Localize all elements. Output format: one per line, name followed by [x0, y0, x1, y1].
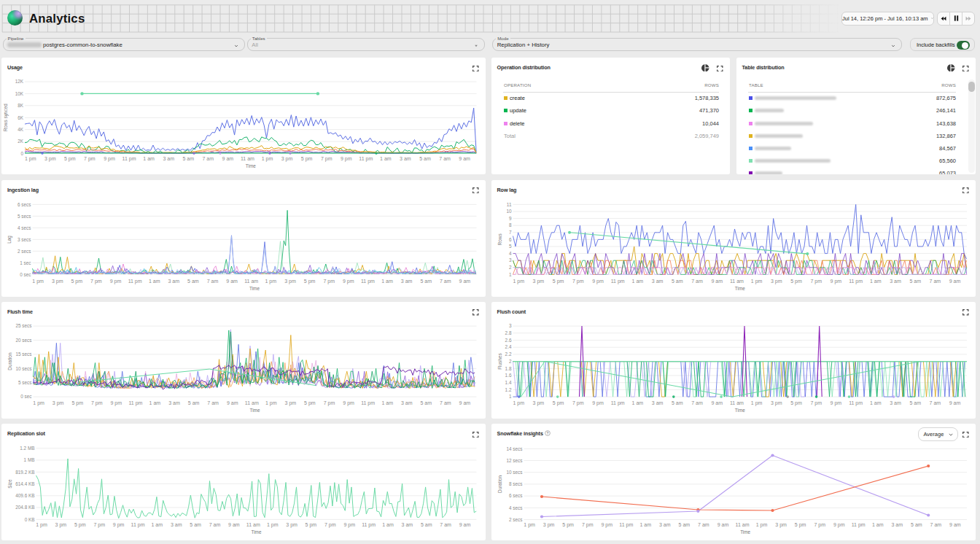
svg-text:1 am: 1 am	[632, 279, 644, 284]
svg-text:6: 6	[509, 236, 512, 241]
svg-text:1 am: 1 am	[632, 400, 644, 405]
svg-text:11 pm: 11 pm	[129, 400, 143, 406]
svg-text:1 am: 1 am	[870, 400, 882, 405]
svg-text:9 am: 9 am	[718, 523, 729, 528]
svg-text:3 am: 3 am	[163, 157, 175, 162]
svg-text:0 KB: 0 KB	[25, 517, 35, 522]
svg-text:11 pm: 11 pm	[122, 157, 136, 163]
svg-text:7 am: 7 am	[691, 279, 703, 284]
svg-text:11 am: 11 am	[245, 279, 259, 284]
svg-text:3 am: 3 am	[659, 523, 671, 528]
svg-text:4: 4	[509, 250, 512, 255]
svg-text:1 pm: 1 pm	[25, 157, 36, 163]
svg-text:Time: Time	[252, 529, 262, 535]
svg-text:7 am: 7 am	[691, 400, 703, 405]
svg-text:9 pm: 9 pm	[343, 279, 354, 284]
svg-text:9 pm: 9 pm	[343, 400, 355, 406]
svg-text:1 pm: 1 pm	[756, 523, 768, 529]
svg-text:Duration: Duration	[7, 352, 12, 370]
svg-text:Time: Time	[735, 286, 745, 291]
svg-text:7 am: 7 am	[930, 279, 941, 284]
svg-text:11 pm: 11 pm	[362, 400, 376, 406]
svg-text:9 am: 9 am	[459, 400, 471, 405]
svg-text:9 pm: 9 pm	[833, 523, 845, 529]
svg-text:9 pm: 9 pm	[831, 400, 842, 406]
svg-text:5 pm: 5 pm	[790, 400, 802, 406]
svg-text:7 am: 7 am	[208, 400, 219, 405]
svg-text:1 am: 1 am	[144, 157, 155, 162]
svg-text:5 pm: 5 pm	[74, 523, 86, 529]
svg-text:11 am: 11 am	[730, 400, 744, 405]
svg-text:3 am: 3 am	[401, 400, 413, 405]
svg-text:1 am: 1 am	[640, 523, 652, 528]
svg-text:11 pm: 11 pm	[362, 523, 376, 529]
svg-text:1 am: 1 am	[149, 400, 161, 405]
svg-text:5 am: 5 am	[421, 400, 432, 405]
svg-text:9 pm: 9 pm	[110, 279, 122, 284]
svg-text:Time: Time	[249, 286, 260, 291]
svg-text:3 pm: 3 pm	[281, 157, 293, 163]
svg-text:5 am: 5 am	[909, 400, 921, 405]
svg-text:3 pm: 3 pm	[533, 279, 545, 284]
svg-text:11 pm: 11 pm	[361, 279, 375, 284]
svg-text:3 pm: 3 pm	[775, 523, 787, 529]
svg-text:0 sec: 0 sec	[21, 394, 33, 399]
svg-text:3 am: 3 am	[402, 523, 413, 528]
svg-text:11 am: 11 am	[245, 400, 259, 405]
svg-text:3 am: 3 am	[652, 400, 664, 405]
svg-text:1 am: 1 am	[381, 157, 392, 162]
svg-text:2: 2	[509, 265, 512, 270]
svg-text:1 pm: 1 pm	[751, 279, 763, 284]
svg-text:11 pm: 11 pm	[128, 279, 142, 284]
svg-text:9 am: 9 am	[949, 400, 961, 405]
svg-text:Rows synced: Rows synced	[3, 104, 9, 131]
svg-text:5: 5	[509, 244, 512, 249]
svg-text:5 am: 5 am	[679, 523, 691, 528]
svg-text:9 pm: 9 pm	[104, 157, 116, 163]
svg-text:1 pm: 1 pm	[267, 523, 279, 529]
svg-text:9 pm: 9 pm	[592, 400, 604, 406]
svg-text:3 am: 3 am	[400, 157, 412, 162]
svg-text:5 am: 5 am	[911, 523, 922, 528]
svg-text:5 am: 5 am	[421, 523, 432, 528]
svg-text:3 pm: 3 pm	[543, 523, 555, 529]
svg-text:4 secs: 4 secs	[509, 505, 522, 510]
svg-text:1 am: 1 am	[383, 523, 394, 528]
svg-text:819.2 KB: 819.2 KB	[16, 470, 35, 475]
svg-text:12K: 12K	[15, 79, 24, 84]
svg-text:1 am: 1 am	[152, 523, 163, 528]
svg-text:3 pm: 3 pm	[44, 157, 56, 163]
svg-text:5 pm: 5 pm	[64, 157, 76, 163]
svg-text:1 am: 1 am	[149, 279, 160, 284]
svg-text:3 pm: 3 pm	[287, 523, 298, 529]
svg-text:5 pm: 5 pm	[790, 279, 802, 284]
svg-text:9 am: 9 am	[229, 523, 241, 528]
svg-text:7 am: 7 am	[440, 279, 451, 284]
svg-text:11 pm: 11 pm	[611, 279, 625, 284]
svg-text:3 pm: 3 pm	[771, 400, 782, 406]
svg-text:7 pm: 7 pm	[85, 157, 96, 163]
svg-text:7 am: 7 am	[930, 523, 942, 528]
svg-text:1 pm: 1 pm	[751, 400, 763, 406]
svg-text:1.2: 1.2	[505, 386, 512, 392]
svg-text:7 am: 7 am	[440, 523, 452, 528]
svg-text:11 pm: 11 pm	[359, 157, 373, 163]
svg-text:5 pm: 5 pm	[72, 400, 84, 406]
svg-text:5 pm: 5 pm	[553, 400, 564, 406]
svg-text:7 am: 7 am	[203, 157, 214, 162]
svg-text:7 pm: 7 pm	[324, 400, 335, 406]
svg-text:0 sec: 0 sec	[20, 271, 32, 276]
svg-text:3 am: 3 am	[169, 400, 181, 405]
svg-text:7 am: 7 am	[698, 523, 709, 528]
svg-text:9 am: 9 am	[227, 279, 238, 284]
svg-text:9 am: 9 am	[459, 523, 471, 528]
svg-text:3: 3	[509, 257, 512, 263]
svg-text:Duration: Duration	[498, 475, 503, 494]
svg-text:7 pm: 7 pm	[91, 400, 103, 406]
svg-text:7 pm: 7 pm	[582, 523, 594, 529]
svg-text:7 am: 7 am	[440, 157, 451, 162]
svg-text:1.6: 1.6	[505, 373, 512, 378]
svg-text:2.2: 2.2	[505, 351, 512, 357]
svg-text:3 am: 3 am	[401, 279, 413, 284]
svg-text:2: 2	[509, 359, 512, 364]
